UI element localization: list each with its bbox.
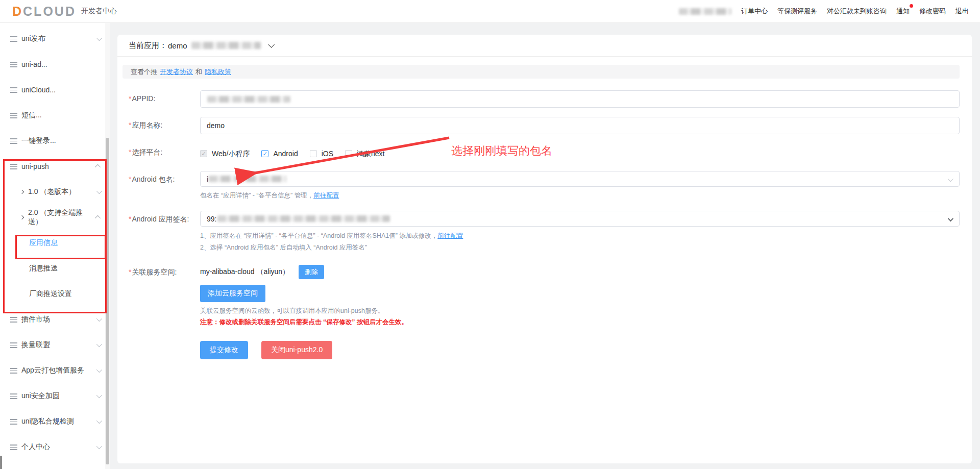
- service-space-value: my-alibaba-cloud （aliyun）: [200, 267, 289, 277]
- arrow-right-icon: [20, 190, 24, 194]
- list-icon: [10, 87, 17, 93]
- user-account-blurred[interactable]: [679, 8, 731, 15]
- sidebar-item-push-2-0[interactable]: 2.0 （支持全端推送）: [0, 205, 110, 230]
- app-info-form: *APPID: *应用名称: *选择平台: ✓ Web/小程序: [117, 90, 972, 359]
- chevron-down-icon: [96, 341, 102, 347]
- required-asterisk: *: [129, 215, 131, 223]
- current-app-name: demo: [168, 41, 187, 50]
- android-signature-helper-1: 1、应用签名在 “应用详情” - “各平台信息” - “Android 应用签名…: [200, 230, 960, 242]
- required-asterisk: *: [129, 121, 131, 129]
- chevron-down-icon: [96, 188, 102, 194]
- sidebar-scrollbar-thumb[interactable]: [106, 138, 109, 464]
- delete-service-space-button[interactable]: 删除: [299, 265, 324, 279]
- android-signature-value-blurred: [217, 215, 390, 222]
- sidebar-item-push-1-0[interactable]: 1.0 （老版本）: [0, 179, 110, 205]
- appid-input[interactable]: [200, 90, 960, 108]
- list-icon: [10, 445, 17, 450]
- logo-text: DCLOUD: [12, 4, 76, 19]
- chevron-down-icon: [948, 176, 953, 182]
- checkbox-web-miniprogram[interactable]: ✓: [200, 150, 207, 157]
- agreement-prefix: 查看个推: [131, 67, 157, 77]
- android-signature-select[interactable]: 99:: [200, 211, 960, 227]
- privacy-policy-link[interactable]: 隐私政策: [205, 67, 231, 77]
- sidebar-item-one-key-login[interactable]: 一键登录...: [0, 128, 110, 154]
- sidebar: uni发布 uni-ad... uniCloud... 短信... 一键登录..…: [0, 23, 110, 469]
- arrow-right-icon: [20, 215, 24, 219]
- checkbox-android[interactable]: ✓: [261, 150, 268, 157]
- android-package-value-blurred: [209, 176, 286, 182]
- chevron-down-icon: [96, 443, 102, 449]
- chevron-down-icon: [948, 216, 953, 221]
- chevron-down-icon: [96, 316, 102, 322]
- list-icon: [10, 393, 17, 399]
- product-name: 开发者中心: [81, 7, 117, 16]
- service-space-row: *关联服务空间: my-alibaba-cloud （aliyun） 删除 添加…: [129, 265, 972, 327]
- close-unipush-button[interactable]: 关闭uni-push2.0: [261, 341, 332, 359]
- android-signature-value-prefix: 99:: [207, 215, 216, 223]
- sidebar-item-app-info[interactable]: 应用信息: [0, 230, 110, 256]
- appid-value-blurred: [207, 96, 290, 103]
- android-package-label: *Android 包名:: [129, 171, 200, 200]
- sidebar-item-message-push[interactable]: 消息推送: [0, 256, 110, 281]
- left-edge-scrollbar[interactable]: [0, 456, 2, 469]
- sidebar-menu: uni发布 uni-ad... uniCloud... 短信... 一键登录..…: [0, 23, 110, 460]
- current-app-id-blurred: [191, 42, 261, 49]
- sidebar-item-uni-push[interactable]: uni-push: [0, 154, 110, 179]
- sidebar-item-uni-privacy-check[interactable]: uni隐私合规检测: [0, 409, 110, 434]
- required-asterisk: *: [129, 175, 131, 183]
- android-package-select[interactable]: i: [200, 171, 960, 187]
- list-icon: [10, 164, 17, 169]
- checkbox-harmony-next[interactable]: [345, 150, 352, 157]
- android-package-row: *Android 包名: i 包名在 “应用详情” - “各平台信息” 管理，前…: [129, 171, 972, 200]
- sidebar-item-sms[interactable]: 短信...: [0, 103, 110, 128]
- list-icon: [10, 368, 17, 374]
- required-asterisk: *: [129, 268, 131, 276]
- chevron-down-icon: [96, 392, 102, 398]
- chevron-down-icon: [96, 418, 102, 424]
- dcloud-logo[interactable]: DCLOUD 开发者中心: [12, 4, 117, 19]
- sidebar-item-unicloud[interactable]: uniCloud...: [0, 77, 110, 103]
- check-icon: ✓: [201, 149, 206, 159]
- nav-logout[interactable]: 退出: [955, 7, 969, 16]
- goto-config-link[interactable]: 前往配置: [437, 232, 463, 239]
- service-space-label: *关联服务空间:: [129, 265, 200, 327]
- check-icon: ✓: [263, 149, 267, 159]
- sidebar-item-plugin-market[interactable]: 插件市场: [0, 307, 110, 332]
- required-asterisk: *: [129, 94, 131, 103]
- sidebar-item-personal-center[interactable]: 个人中心: [0, 434, 110, 460]
- nav-order-center[interactable]: 订单中心: [741, 7, 768, 16]
- sidebar-item-app-cloud-build[interactable]: App云打包增值服务: [0, 358, 110, 383]
- sidebar-item-exchange-alliance[interactable]: 换量联盟: [0, 332, 110, 358]
- list-icon: [10, 113, 17, 118]
- nav-notice[interactable]: 通知: [896, 7, 910, 16]
- sidebar-item-uni-publish[interactable]: uni发布: [0, 26, 110, 52]
- submit-changes-button[interactable]: 提交修改: [200, 341, 248, 359]
- main-panel: 当前应用： demo 查看个推 开发者协议 和 隐私政策 *APPID: *应用…: [117, 35, 972, 463]
- sidebar-item-vendor-push-settings[interactable]: 厂商推送设置: [0, 281, 110, 307]
- chevron-up-icon: [95, 164, 101, 170]
- add-service-space-button[interactable]: 添加云服务空间: [200, 285, 265, 302]
- list-icon: [10, 36, 17, 42]
- app-switcher-chevron-down-icon[interactable]: [268, 41, 275, 48]
- agreement-conjunction: 和: [195, 67, 202, 77]
- agreement-bar: 查看个推 开发者协议 和 隐私政策: [122, 65, 960, 79]
- nav-remittance-consult[interactable]: 对公汇款未到账咨询: [827, 7, 887, 16]
- list-icon: [10, 62, 17, 67]
- sidebar-item-uni-ad[interactable]: uni-ad...: [0, 52, 110, 77]
- checkbox-ios[interactable]: [310, 150, 317, 157]
- notice-red-dot-icon: [910, 4, 913, 8]
- app-name-input[interactable]: [200, 117, 960, 134]
- platform-label: *选择平台:: [129, 145, 200, 159]
- android-signature-label: *Android 应用签名:: [129, 211, 200, 254]
- android-signature-helper-2: 2、选择 “Android 应用包名” 后自动填入 “Android 应用签名”: [200, 242, 960, 254]
- goto-config-link[interactable]: 前往配置: [313, 192, 339, 199]
- required-asterisk: *: [129, 148, 131, 156]
- nav-change-password[interactable]: 修改密码: [919, 7, 946, 16]
- current-app-label: 当前应用：: [129, 41, 167, 51]
- current-app-row: 当前应用： demo: [117, 35, 972, 57]
- sidebar-item-uni-security[interactable]: uni安全加固: [0, 383, 110, 409]
- checkbox-ios-label: iOS: [322, 149, 333, 159]
- developer-agreement-link[interactable]: 开发者协议: [160, 67, 193, 77]
- nav-dengbao-service[interactable]: 等保测评服务: [777, 7, 817, 16]
- service-space-value-row: my-alibaba-cloud （aliyun） 删除: [200, 265, 960, 279]
